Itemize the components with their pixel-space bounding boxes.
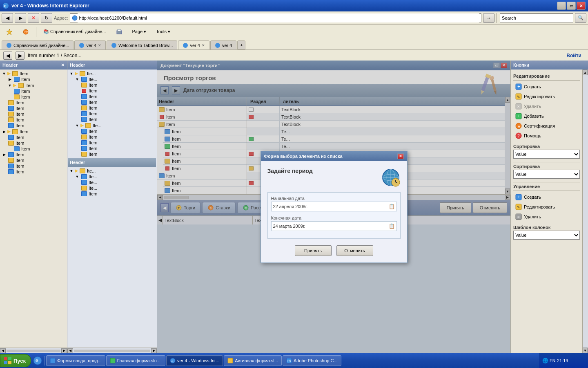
tree-item-9[interactable]: Item xyxy=(7,123,66,128)
template-dropdown[interactable]: Value xyxy=(513,231,580,240)
inner-tree-8[interactable]: Item xyxy=(80,117,156,122)
inner-tree-6[interactable]: Item xyxy=(80,105,156,111)
search-go-button[interactable]: 🔍 xyxy=(575,13,586,23)
tree-item-14[interactable]: ▶ Item xyxy=(1,152,66,157)
manage-create-btn[interactable]: + Создать xyxy=(513,193,580,202)
quicklaunch-ie[interactable]: e xyxy=(33,356,42,366)
forward-button[interactable]: ▶ xyxy=(15,13,26,23)
inner-tree-15[interactable]: ▼ ▶ Ite... xyxy=(68,168,156,174)
address-input[interactable] xyxy=(78,13,479,22)
inner-tree-13[interactable]: Item xyxy=(80,146,156,151)
left-panel-close[interactable]: ✕ xyxy=(61,63,65,68)
tree-item-7[interactable]: Item xyxy=(7,111,66,117)
right-scroll-down[interactable]: ▼ xyxy=(583,348,588,353)
tree-item-4[interactable]: Item xyxy=(12,94,66,100)
page-btn[interactable]: Page ▾ xyxy=(129,26,150,38)
print-btn[interactable] xyxy=(112,26,126,38)
dialog-close-button[interactable]: ✕ xyxy=(397,153,404,159)
tree-item-17[interactable]: Item xyxy=(7,169,66,175)
stop-button[interactable]: ✕ xyxy=(28,13,39,23)
nav-forward-button[interactable]: ▶ xyxy=(16,52,24,60)
taskbar-item-1[interactable]: Главная форма.sln ... xyxy=(106,355,165,366)
inner-tree-14[interactable]: Item xyxy=(80,151,156,157)
tree-item-8[interactable]: Item xyxy=(7,117,66,123)
tab-3-close[interactable]: ✕ xyxy=(202,43,205,47)
start-button[interactable]: Пуск xyxy=(0,354,31,367)
back-button[interactable]: ◀ xyxy=(2,13,13,23)
go-button[interactable]: → xyxy=(483,13,494,23)
taskbar-item-2[interactable]: e ver 4 - Windows Int... xyxy=(166,355,223,366)
inner-tree-5[interactable]: Item xyxy=(80,99,156,105)
inner-tree-12[interactable]: Item xyxy=(80,140,156,146)
tab-4[interactable]: ver 4 xyxy=(210,40,236,49)
hscroll-right[interactable]: ▶ xyxy=(61,348,67,353)
right-panel-vscrollbar[interactable]: ▲ ▼ xyxy=(582,70,588,353)
minimize-button[interactable]: _ xyxy=(557,2,566,10)
inner-tree-9[interactable]: ▼ ▶ Ite... xyxy=(74,122,156,128)
tab-0[interactable]: Справочник веб-дизайне... xyxy=(2,40,74,49)
nav-back-button[interactable]: ◀ xyxy=(3,52,12,60)
expander-0[interactable]: ▼ xyxy=(2,71,7,76)
inner-hscroll-left[interactable]: ◀ xyxy=(67,348,73,353)
tree-item-15[interactable]: Item xyxy=(7,157,66,163)
taskbar-item-4[interactable]: Ps Adobe Photoshop C... xyxy=(283,355,341,366)
tree-item-13[interactable]: Item xyxy=(12,146,66,152)
inner-tree-4[interactable]: Item xyxy=(80,94,156,99)
inner-left-hscrollbar[interactable]: ◀ ▶ xyxy=(67,348,157,353)
right-scroll-up[interactable]: ▲ xyxy=(583,70,588,75)
inner-hscroll-right[interactable]: ▶ xyxy=(151,348,157,353)
inner-tree-1[interactable]: ▼ Ite... xyxy=(74,76,156,82)
sort-dropdown[interactable]: Value xyxy=(513,150,580,159)
inner-tree-11[interactable]: Item xyxy=(80,134,156,140)
hscroll-left[interactable]: ◀ xyxy=(0,348,6,353)
new-tab-button[interactable]: + xyxy=(237,40,245,49)
tree-item-6[interactable]: Item xyxy=(7,105,66,111)
refresh-button[interactable]: ↻ xyxy=(41,13,52,23)
calendar-icon-end[interactable]: 📋 xyxy=(389,223,395,229)
create-btn[interactable]: + Создать xyxy=(513,82,580,91)
expander-2[interactable]: ▼ xyxy=(7,83,12,88)
tree-item-2[interactable]: ▼ ▶ Item xyxy=(7,82,66,88)
delete-btn-editing[interactable]: ✕ Удалить xyxy=(513,102,580,111)
left-panel-hscrollbar[interactable]: ◀ ▶ xyxy=(0,348,67,353)
inner-tree-18[interactable]: Ite... xyxy=(80,185,156,191)
login-button[interactable]: Войти xyxy=(566,53,581,58)
expander-1[interactable]: ▶ xyxy=(7,77,12,82)
manage-edit-btn[interactable]: ✎ Редактировать xyxy=(513,202,580,211)
inner-tree-16[interactable]: ▼ Ite... xyxy=(74,174,156,180)
tab-1[interactable]: ver 4 ✕ xyxy=(74,40,105,49)
inner-tree-3[interactable]: Item xyxy=(80,88,156,94)
expander-14[interactable]: ▶ xyxy=(2,152,7,157)
inner-tree-0[interactable]: ▼ ▶ Ite... xyxy=(68,70,156,76)
tools-btn[interactable]: RSS xyxy=(19,26,33,38)
maximize-button[interactable]: ▭ xyxy=(567,2,576,10)
inner-tree-2[interactable]: Item xyxy=(80,82,156,88)
sort-dropdown2[interactable]: Value xyxy=(513,170,580,179)
tree-item-16[interactable]: Item xyxy=(7,163,66,169)
tree-item-1[interactable]: ▶ Item xyxy=(7,76,66,82)
tree-item-5[interactable]: Item xyxy=(7,100,66,105)
taskbar-item-0[interactable]: Формы ввода_прод... xyxy=(46,355,105,366)
search-input[interactable] xyxy=(500,13,573,22)
close-button[interactable]: ✕ xyxy=(577,2,586,10)
tools-menu-btn[interactable]: Tools ▾ xyxy=(152,26,174,38)
inner-tree-7[interactable]: Item xyxy=(80,111,156,117)
calendar-icon-start[interactable]: 📋 xyxy=(389,204,395,209)
tree-item-0[interactable]: ▼ ▶ Item xyxy=(1,70,66,76)
edit-btn[interactable]: ✎ Редактировать xyxy=(513,92,580,101)
certification-btn[interactable]: ★ Сертификация xyxy=(513,121,580,130)
add-btn[interactable]: + Добавить xyxy=(513,112,580,121)
dialog-accept-button[interactable]: Принять xyxy=(295,245,332,256)
end-date-input[interactable]: 24 марта 2009г. 📋 xyxy=(271,221,397,231)
inner-tree-19[interactable]: Item xyxy=(80,191,156,197)
справочник-btn[interactable]: 📚 Справочник веб-дизайне... xyxy=(40,26,110,38)
tree-item-12[interactable]: Item xyxy=(7,140,66,146)
tab-2[interactable]: Welcome to Tabbed Brow... xyxy=(107,40,178,49)
dialog-cancel-button[interactable]: Отменить xyxy=(336,245,373,256)
tree-item-11[interactable]: Item xyxy=(7,135,66,140)
inner-tree-17[interactable]: Ite... xyxy=(80,180,156,185)
inner-tree-10[interactable]: Item xyxy=(80,128,156,134)
expander-10[interactable]: ▶ xyxy=(2,129,7,134)
tab-3[interactable]: ver 4 ✕ xyxy=(178,40,209,49)
manage-delete-btn[interactable]: ✕ Удалить xyxy=(513,212,580,221)
